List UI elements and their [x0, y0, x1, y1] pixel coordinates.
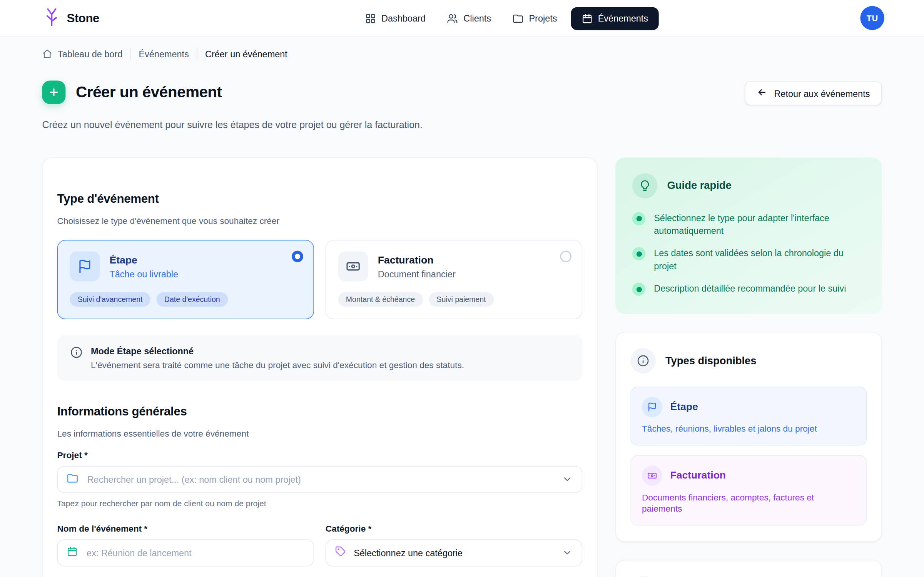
- nav-item-label: Événements: [598, 13, 648, 23]
- guide-tip: Description détaillée recommandée pour l…: [632, 282, 865, 296]
- type-option-subtitle: Document financier: [378, 268, 456, 279]
- brand-sprout-logo-icon: [43, 7, 60, 29]
- type-option-title: Étape: [110, 254, 179, 266]
- type-summary-description: Documents financiers, acomptes, factures…: [642, 492, 855, 515]
- guide-tip: Sélectionnez le type pour adapter l'inte…: [632, 212, 865, 237]
- category-select[interactable]: Sélectionnez une catégorie: [326, 539, 582, 566]
- chevron-down-icon[interactable]: [562, 474, 573, 485]
- main-nav: Dashboard Clients Projets: [358, 0, 659, 37]
- note-text: L'événement sera traité comme une tâche …: [91, 360, 464, 370]
- nav-item-clients[interactable]: Clients: [439, 8, 499, 29]
- type-option-title: Facturation: [378, 254, 456, 266]
- type-option-facturation[interactable]: Facturation Document financier Montant &…: [326, 240, 582, 319]
- bullet-dot-icon: [632, 247, 645, 260]
- breadcrumb-label: Tableau de bord: [58, 48, 122, 59]
- lightbulb-icon: [632, 173, 658, 198]
- breadcrumb-item-evenements[interactable]: Événements: [139, 48, 189, 59]
- guide-tip-text: Les dates sont validées selon la chronol…: [654, 247, 865, 273]
- category-label: Catégorie *: [326, 524, 582, 533]
- event-name-field: Nom de l'événement *: [57, 524, 314, 566]
- breadcrumb: Tableau de bord Événements Créer un évén…: [42, 48, 882, 59]
- users-icon: [447, 13, 458, 24]
- quick-guide-title: Guide rapide: [667, 179, 732, 192]
- event-type-options: Étape Tâche ou livrable Suivi d'avanceme…: [57, 240, 583, 319]
- type-option-subtitle: Tâche ou livrable: [110, 268, 179, 279]
- page-header: Créer un événement Créez un nouvel événe…: [42, 73, 882, 130]
- available-types-card: Types disponibles Étape Tâches, réunions…: [615, 332, 882, 542]
- page-header-left: Créer un événement Créez un nouvel événe…: [42, 73, 423, 130]
- type-summary-etape[interactable]: Étape Tâches, réunions, livrables et jal…: [630, 387, 867, 445]
- general-section-title: Informations générales: [57, 405, 583, 419]
- info-circle-icon: [70, 346, 82, 370]
- back-to-events-button[interactable]: Retour aux événements: [745, 81, 882, 105]
- nav-item-projets[interactable]: Projets: [505, 8, 565, 29]
- banknote-icon: [338, 251, 368, 281]
- breadcrumb-item-dashboard[interactable]: Tableau de bord: [42, 48, 122, 59]
- flag-icon: [642, 397, 662, 417]
- nav-item-label: Dashboard: [381, 13, 426, 23]
- user-avatar[interactable]: TU: [860, 6, 884, 30]
- mode-etape-note: Mode Étape sélectionné L'événement sera …: [57, 335, 583, 381]
- page-body: Tableau de bord Événements Créer un évén…: [0, 37, 924, 577]
- event-name-input-wrap[interactable]: [57, 539, 314, 566]
- workflow-card: Workflow: [615, 560, 882, 577]
- home-icon: [42, 48, 52, 59]
- guide-tip: Les dates sont validées selon la chronol…: [632, 247, 865, 273]
- type-section-subtitle: Choisissez le type d'événement que vous …: [57, 216, 583, 225]
- project-field: Projet *: [57, 450, 583, 508]
- event-form-card: Type d'événement Choisissez le type d'év…: [42, 157, 597, 577]
- right-sidebar: Guide rapide Sélectionnez le type pour a…: [615, 157, 882, 577]
- category-field: Catégorie * Sélectionnez une catégorie: [326, 524, 582, 566]
- page-title: Créer un événement: [76, 83, 222, 102]
- note-title: Mode Étape sélectionné: [91, 346, 464, 356]
- bullet-dot-icon: [632, 283, 645, 296]
- type-badge: Suivi d'avancement: [70, 292, 150, 307]
- nav-item-dashboard[interactable]: Dashboard: [358, 8, 434, 29]
- guide-tip-text: Sélectionnez le type pour adapter l'inte…: [654, 212, 865, 237]
- type-summary-facturation[interactable]: Facturation Documents financiers, acompt…: [630, 455, 867, 525]
- nav-item-label: Clients: [463, 13, 491, 23]
- type-badge: Suivi paiement: [429, 292, 494, 307]
- type-section-title: Type d'événement: [57, 192, 583, 206]
- folder-icon: [513, 13, 523, 24]
- category-selected-value: Sélectionnez une catégorie: [354, 547, 554, 558]
- project-search-input[interactable]: [86, 474, 554, 485]
- project-label: Projet *: [57, 450, 583, 460]
- project-search-input-wrap[interactable]: [57, 466, 583, 493]
- back-button-label: Retour aux événements: [774, 88, 870, 98]
- create-event-plus-button[interactable]: [42, 81, 65, 104]
- app-root: Stone Dashboard Clie: [0, 0, 924, 577]
- breadcrumb-item-current: Créer un événement: [205, 48, 287, 59]
- flag-icon: [70, 251, 100, 281]
- nav-item-evenements-active[interactable]: Événements: [571, 7, 659, 30]
- available-types-title: Types disponibles: [665, 355, 757, 367]
- breadcrumb-label: Créer un événement: [205, 48, 287, 59]
- quick-guide-card: Guide rapide Sélectionnez le type pour a…: [615, 157, 882, 314]
- top-navbar: Stone Dashboard Clie: [0, 0, 924, 37]
- type-summary-description: Tâches, réunions, livrables et jalons du…: [642, 423, 855, 435]
- chevron-down-icon: [562, 547, 573, 558]
- brand[interactable]: Stone: [43, 7, 99, 29]
- calendar-icon: [67, 546, 78, 559]
- type-badge: Date d'exécution: [156, 292, 228, 307]
- type-summary-title: Étape: [670, 401, 698, 413]
- guide-tip-text: Description détaillée recommandée pour l…: [654, 282, 846, 295]
- banknote-icon: [642, 465, 662, 485]
- breadcrumb-label: Événements: [139, 48, 189, 59]
- bullet-dot-icon: [632, 212, 645, 225]
- type-summary-title: Facturation: [670, 469, 726, 481]
- nav-item-label: Projets: [529, 13, 557, 23]
- brand-name: Stone: [67, 11, 100, 25]
- event-name-input[interactable]: [85, 547, 304, 559]
- page-subtitle: Créez un nouvel événement pour suivre le…: [42, 120, 423, 130]
- breadcrumb-divider: [130, 48, 131, 59]
- calendar-icon: [582, 13, 593, 24]
- type-option-etape[interactable]: Étape Tâche ou livrable Suivi d'avanceme…: [57, 240, 314, 319]
- event-name-label: Nom de l'événement *: [57, 524, 314, 533]
- project-helper-text: Tapez pour rechercher par nom de client …: [57, 499, 583, 508]
- facturation-radio-unselected[interactable]: [560, 251, 571, 262]
- etape-radio-selected[interactable]: [292, 251, 303, 262]
- dashboard-grid-icon: [365, 13, 376, 24]
- folder-icon: [67, 472, 79, 486]
- arrow-left-icon: [757, 87, 767, 99]
